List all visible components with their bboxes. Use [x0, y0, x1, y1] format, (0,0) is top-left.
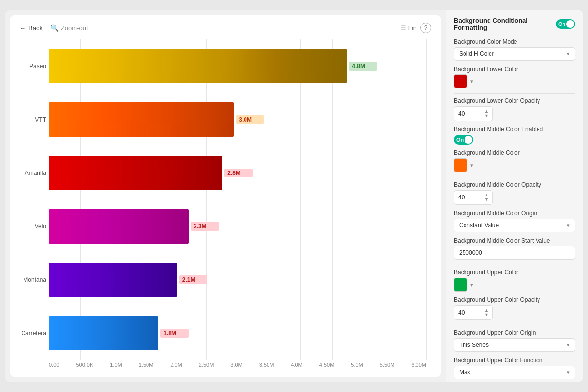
grid-line: [395, 39, 395, 360]
bar-value-badge: 2.1M: [179, 275, 208, 284]
color-row-1: ▾: [454, 74, 575, 88]
setting-label-4: Background Middle Color: [454, 149, 575, 156]
list-button[interactable]: ☰ Lin: [400, 24, 416, 32]
zoom-out-button[interactable]: 🔍 Zoom-out: [50, 24, 88, 32]
select-box-6[interactable]: Constant Value▾: [454, 219, 575, 232]
spinner-9[interactable]: ▲▼: [484, 308, 489, 317]
toggle-on[interactable]: On: [556, 19, 575, 29]
select-box-10[interactable]: This Series▾: [454, 338, 575, 352]
chart-toolbar: ← Back 🔍 Zoom-out ☰ Lin ?: [20, 23, 431, 33]
bar-value-badge: 3.0M: [236, 115, 264, 124]
number-input-9[interactable]: 40▲▼: [454, 305, 493, 320]
spinner-2[interactable]: ▲▼: [484, 109, 489, 118]
setting-row-7: Background Middle Color Start Value: [454, 237, 575, 260]
grid-line: [80, 39, 81, 360]
setting-label-7: Background Middle Color Start Value: [454, 237, 575, 244]
setting-label-2: Background Lower Color Opacity: [454, 98, 575, 104]
color-swatch-8[interactable]: [454, 278, 467, 292]
bar-row: Velo2.3M: [49, 207, 426, 246]
help-button[interactable]: ?: [420, 23, 431, 33]
chevron-down-icon: ▾: [470, 78, 473, 85]
bar-fill: [49, 263, 177, 297]
setting-row-2: Background Lower Color Opacity40▲▼: [454, 98, 575, 121]
divider: [454, 93, 575, 94]
grid-line: [238, 39, 238, 360]
setting-label-10: Background Upper Color Origin: [454, 329, 575, 336]
bar-label: Carretera: [21, 330, 46, 337]
main-toggle[interactable]: On: [556, 19, 575, 29]
grid-line: [332, 39, 333, 360]
setting-label-0: Background Color Mode: [454, 38, 575, 45]
settings-header: Background Conditional Formatting On: [454, 17, 575, 31]
bar-label: Amarilla: [21, 170, 46, 176]
text-input-7[interactable]: [454, 246, 575, 260]
back-label: Back: [28, 24, 43, 32]
x-axis-tick: 3.0M: [230, 362, 242, 368]
bar-row: Carretera1.8M: [49, 314, 426, 353]
toggle-label: On: [454, 137, 464, 143]
grid-line: [206, 39, 207, 360]
setting-label-11: Background Upper Color Function: [454, 357, 575, 364]
bar-label: Montana: [21, 276, 46, 283]
grid-line: [49, 39, 49, 360]
bar-value-badge: 4.8M: [349, 62, 377, 71]
bar-wrapper: 2.1M: [49, 263, 426, 297]
setting-row-6: Background Middle Color OriginConstant V…: [454, 210, 575, 232]
divider: [454, 177, 575, 177]
bar-value-badge: 2.8M: [224, 169, 253, 177]
bar-wrapper: 2.3M: [49, 209, 426, 244]
bar-wrapper: 1.8M: [49, 316, 426, 350]
bar-fill: [49, 156, 222, 190]
toggle-3[interactable]: On: [454, 135, 473, 145]
setting-row-0: Background Color ModeSolid H Color▾: [454, 38, 575, 61]
x-axis-tick: 6.00M: [411, 362, 426, 368]
toggle-on-label: On: [556, 21, 565, 27]
chevron-down-icon: ▾: [470, 162, 473, 169]
x-axis-tick: 1.50M: [139, 362, 154, 368]
bar-wrapper: 3.0M: [49, 102, 426, 137]
setting-row-4: Background Middle Color▾: [454, 149, 575, 172]
x-axis-tick: 4.0M: [291, 362, 302, 368]
x-axis-tick: 2.0M: [170, 362, 182, 368]
setting-label-8: Background Upper Color: [454, 269, 575, 276]
grid-line: [364, 39, 364, 360]
setting-row-9: Background Upper Color Opacity40▲▼: [454, 296, 575, 320]
color-swatch-1[interactable]: [454, 74, 467, 88]
bar-fill: [49, 49, 347, 83]
divider: [454, 325, 575, 325]
help-icon: ?: [424, 24, 428, 31]
bar-row: Amarilla2.8M: [49, 153, 426, 193]
select-box-0[interactable]: Solid H Color▾: [454, 47, 575, 61]
x-axis-tick: 3.50M: [259, 362, 274, 368]
zoom-icon: 🔍: [50, 24, 59, 32]
bar-fill: [49, 316, 158, 350]
grid-line: [144, 39, 144, 360]
setting-row-1: Background Lower Color▾: [454, 66, 575, 88]
settings-rows: Background Color ModeSolid H Color▾Backg…: [454, 38, 575, 379]
setting-row-11: Background Upper Color FunctionMax▾: [454, 357, 575, 379]
chevron-down-icon: ▾: [470, 282, 473, 288]
list-label: Lin: [408, 24, 416, 32]
select-box-11[interactable]: Max▾: [454, 366, 575, 379]
grid-line: [426, 39, 427, 360]
x-axis-tick: 1.0M: [110, 362, 122, 368]
bar-row: Montana2.1M: [49, 260, 426, 299]
back-button[interactable]: ← Back: [20, 24, 43, 32]
spinner-5[interactable]: ▲▼: [484, 193, 489, 202]
number-input-5[interactable]: 40▲▼: [454, 190, 493, 205]
chevron-down-icon: ▾: [567, 369, 570, 376]
bar-wrapper: 2.8M: [49, 156, 426, 190]
color-row-4: ▾: [454, 158, 575, 172]
number-input-2[interactable]: 40▲▼: [454, 106, 493, 121]
grid-line: [112, 39, 112, 360]
setting-label-5: Background Middle Color Opacity: [454, 181, 575, 188]
chevron-down-icon: ▾: [567, 222, 570, 229]
x-axis-tick: 2.50M: [199, 362, 214, 368]
bar-fill: [49, 209, 189, 244]
grid-line: [175, 39, 175, 360]
setting-label-1: Background Lower Color: [454, 66, 575, 73]
settings-panel: Background Conditional Formatting On Bac…: [446, 10, 583, 382]
bar-label: Velo: [21, 223, 46, 230]
color-swatch-4[interactable]: [454, 158, 467, 172]
zoom-label: Zoom-out: [61, 24, 88, 32]
